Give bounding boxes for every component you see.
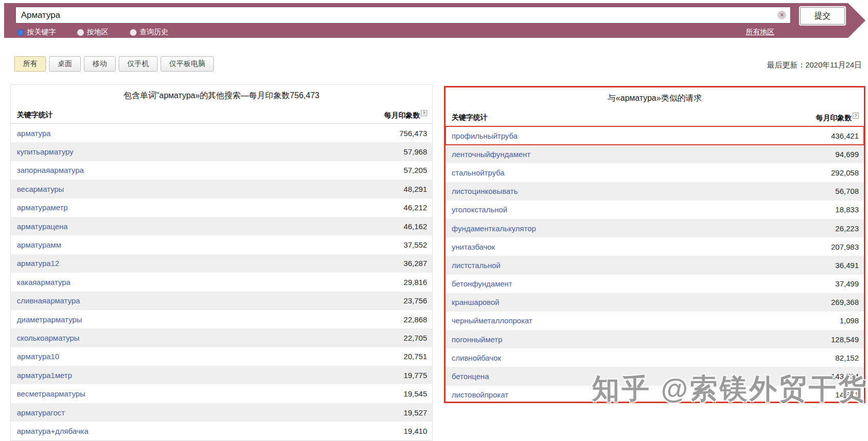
keyword-link[interactable]: унитазбачок: [452, 242, 495, 251]
table-row: арматура756,473: [11, 124, 432, 142]
table-row: листоцинковывать56,708: [446, 182, 864, 201]
impressions-value: 29,816: [404, 278, 427, 286]
table-row: стальнойтруба292,058: [446, 163, 864, 182]
left-col-impressions: 每月印象数?: [384, 110, 427, 120]
impressions-value: 19,527: [404, 408, 427, 417]
keyword-link[interactable]: диаметрарматуры: [17, 315, 82, 324]
keyword-link[interactable]: ленточныйфундамент: [452, 150, 530, 159]
keyword-link[interactable]: бетонфундамент: [452, 279, 512, 288]
search-input[interactable]: [15, 7, 791, 24]
submit-button[interactable]: 提交: [800, 7, 845, 25]
help-icon[interactable]: ?: [853, 113, 859, 119]
keyword-link[interactable]: арматура12: [17, 259, 59, 268]
impressions-value: 46,212: [404, 203, 427, 212]
tab-3[interactable]: 仅手机: [119, 56, 158, 72]
left-col-keyword: 关键字统计: [17, 111, 53, 120]
table-row: арматурагост19,527: [11, 403, 432, 422]
table-row: бетонцена143,734: [446, 367, 864, 385]
table-row: сколькоарматуры22,705: [11, 328, 432, 347]
keyword-link[interactable]: сливнойбачок: [452, 354, 501, 362]
keyword-link[interactable]: листстальной: [452, 261, 500, 270]
table-row: погонныйметр128,549: [446, 330, 864, 348]
keyword-link[interactable]: арматура+длябачка: [17, 427, 88, 435]
keyword-link[interactable]: бетонцена: [452, 372, 489, 381]
table-row: купитьарматуру57,968: [11, 142, 432, 161]
table-row: арматурамм37,552: [11, 235, 432, 254]
table-row: листовойпрокат14,871: [446, 386, 864, 404]
keyword-link[interactable]: арматурагост: [17, 408, 65, 417]
radio-option[interactable]: 查询历史: [130, 28, 168, 37]
radio-unselected-icon[interactable]: [77, 29, 84, 36]
impressions-value: 57,205: [404, 166, 427, 174]
impressions-value: 207,983: [831, 242, 859, 251]
table-row: арматура1метр19,775: [11, 366, 432, 384]
last-update-label: 最后更新：2020年11月24日: [767, 60, 862, 70]
keyword-link[interactable]: арматурамм: [17, 240, 61, 249]
keyword-link[interactable]: листовойпрокат: [452, 390, 508, 399]
table-row: унитазбачок207,983: [446, 237, 864, 256]
keyword-link[interactable]: купитьарматуру: [17, 147, 73, 156]
tab-2[interactable]: 移动: [84, 56, 116, 72]
table-row: запорнаяарматура57,205: [11, 161, 432, 180]
table-row: сливнаяарматура23,756: [11, 292, 432, 310]
impressions-value: 36,287: [404, 259, 427, 268]
table-row: сливнойбачок82,152: [446, 348, 864, 367]
keyword-link[interactable]: весметраарматуры: [17, 389, 85, 398]
impressions-value: 23,756: [404, 296, 427, 305]
keyword-link[interactable]: весарматуры: [17, 185, 64, 193]
keyword-link[interactable]: арматураметр: [17, 203, 68, 212]
tab-1[interactable]: 桌面: [49, 56, 81, 72]
keyword-link[interactable]: фундаменткалькулятор: [452, 224, 536, 233]
right-col-impressions: 每月印象数?: [816, 113, 859, 123]
impressions-value: 18,833: [835, 205, 859, 214]
impressions-value: 36,491: [835, 261, 859, 270]
table-row: весметраарматуры19,545: [11, 384, 432, 403]
help-icon[interactable]: ?: [421, 110, 427, 116]
impressions-value: 37,499: [835, 279, 859, 288]
radio-option[interactable]: 按关键字: [17, 28, 56, 37]
table-row: ленточныйфундамент94,699: [446, 145, 864, 163]
keyword-link[interactable]: профильныйтруба: [452, 131, 518, 140]
impressions-value: 269,368: [831, 298, 859, 306]
impressions-value: 436,421: [831, 131, 859, 140]
search-ribbon: ✕ 提交 按关键字按地区查询历史 所有地区: [4, 3, 865, 38]
all-regions-link[interactable]: 所有地区: [746, 28, 774, 37]
clear-input-icon[interactable]: ✕: [777, 11, 786, 19]
keyword-link[interactable]: какаяарматура: [17, 278, 71, 286]
keyword-link[interactable]: стальнойтруба: [452, 168, 504, 177]
radio-label: 按地区: [87, 28, 108, 37]
keyword-link[interactable]: арматура10: [17, 352, 59, 361]
right-table-title: 与«арматура»类似的请求: [446, 87, 864, 109]
keyword-link[interactable]: арматура: [17, 129, 51, 138]
similar-queries-panel: 与«арматура»类似的请求 关键字统计 每月印象数? профильный…: [444, 86, 865, 403]
keyword-link[interactable]: арматура1метр: [17, 371, 72, 380]
radio-label: 按关键字: [27, 28, 56, 37]
left-keywords-panel: 包含单词"арматура»的其他搜索—每月印象数756,473 关键字统计 每…: [10, 84, 433, 441]
table-row: фундаменткалькулятор26,223: [446, 219, 864, 237]
keyword-link[interactable]: запорнаяарматура: [17, 166, 84, 174]
tab-4[interactable]: 仅平板电脑: [161, 56, 214, 72]
impressions-value: 22,705: [404, 334, 427, 342]
keyword-link[interactable]: черныйметаллопрокат: [452, 316, 532, 325]
impressions-value: 20,751: [404, 352, 427, 361]
keyword-link[interactable]: уголокстальной: [452, 205, 507, 214]
keyword-link[interactable]: арматурацена: [17, 222, 68, 231]
table-row: арматурацена46,162: [11, 217, 432, 235]
keyword-link[interactable]: погонныйметр: [452, 335, 502, 344]
table-row: арматура+длябачка19,410: [11, 422, 432, 440]
radio-selected-icon[interactable]: [17, 29, 24, 36]
keyword-link[interactable]: сливнаяарматура: [17, 296, 80, 305]
keyword-link[interactable]: краншаровой: [452, 298, 499, 306]
impressions-value: 94,699: [835, 150, 859, 159]
keyword-link[interactable]: сколькоарматуры: [17, 334, 79, 342]
left-table-title: 包含单词"арматура»的其他搜索—每月印象数756,473: [11, 85, 432, 106]
impressions-value: 48,291: [404, 185, 427, 193]
radio-option[interactable]: 按地区: [77, 28, 108, 37]
table-row: профильныйтруба436,421: [446, 126, 864, 145]
tab-0[interactable]: 所有: [14, 56, 46, 72]
table-row: какаяарматура29,816: [11, 273, 432, 291]
keyword-link[interactable]: листоцинковывать: [452, 187, 518, 195]
radio-label: 查询历史: [140, 28, 168, 37]
impressions-value: 14,871: [835, 390, 859, 399]
radio-unselected-icon[interactable]: [130, 29, 137, 36]
